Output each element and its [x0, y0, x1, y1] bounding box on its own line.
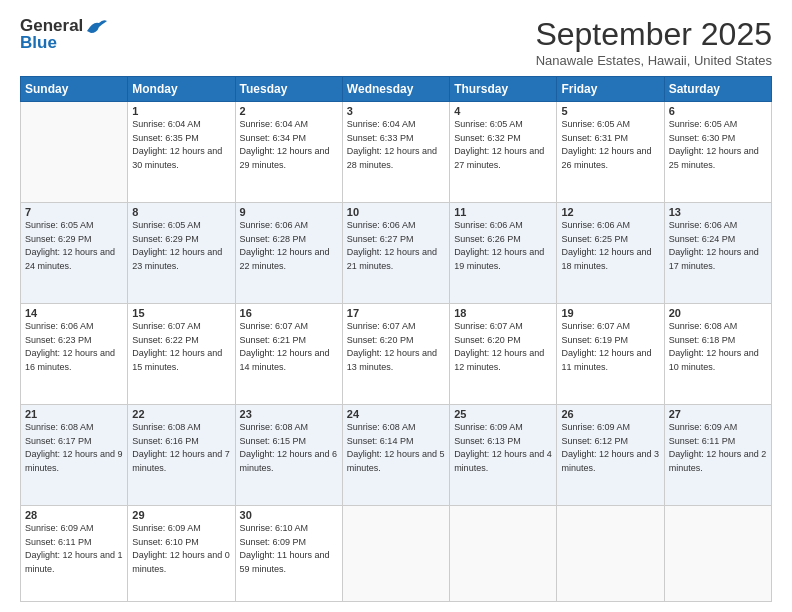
- day-info: Sunrise: 6:08 AMSunset: 6:16 PMDaylight:…: [132, 421, 230, 475]
- day-info: Sunrise: 6:09 AMSunset: 6:11 PMDaylight:…: [25, 522, 123, 576]
- day-info: Sunrise: 6:10 AMSunset: 6:09 PMDaylight:…: [240, 522, 338, 576]
- day-number: 5: [561, 105, 659, 117]
- calendar-day-cell: 11Sunrise: 6:06 AMSunset: 6:26 PMDayligh…: [450, 203, 557, 304]
- calendar-day-cell: 5Sunrise: 6:05 AMSunset: 6:31 PMDaylight…: [557, 102, 664, 203]
- day-info: Sunrise: 6:04 AMSunset: 6:34 PMDaylight:…: [240, 118, 338, 172]
- day-info: Sunrise: 6:08 AMSunset: 6:14 PMDaylight:…: [347, 421, 445, 475]
- day-info: Sunrise: 6:04 AMSunset: 6:33 PMDaylight:…: [347, 118, 445, 172]
- month-title: September 2025: [535, 16, 772, 53]
- calendar-day-cell: [557, 506, 664, 602]
- logo-blue: Blue: [20, 33, 107, 53]
- day-info: Sunrise: 6:06 AMSunset: 6:26 PMDaylight:…: [454, 219, 552, 273]
- day-number: 23: [240, 408, 338, 420]
- day-number: 22: [132, 408, 230, 420]
- day-number: 17: [347, 307, 445, 319]
- logo: General Blue: [20, 16, 107, 53]
- day-info: Sunrise: 6:09 AMSunset: 6:10 PMDaylight:…: [132, 522, 230, 576]
- calendar-day-cell: 27Sunrise: 6:09 AMSunset: 6:11 PMDayligh…: [664, 405, 771, 506]
- calendar-day-cell: [342, 506, 449, 602]
- day-number: 8: [132, 206, 230, 218]
- calendar-day-cell: [664, 506, 771, 602]
- calendar-day-cell: 16Sunrise: 6:07 AMSunset: 6:21 PMDayligh…: [235, 304, 342, 405]
- day-number: 6: [669, 105, 767, 117]
- calendar-day-cell: 23Sunrise: 6:08 AMSunset: 6:15 PMDayligh…: [235, 405, 342, 506]
- day-number: 10: [347, 206, 445, 218]
- day-number: 14: [25, 307, 123, 319]
- day-info: Sunrise: 6:05 AMSunset: 6:29 PMDaylight:…: [132, 219, 230, 273]
- calendar-day-cell: 4Sunrise: 6:05 AMSunset: 6:32 PMDaylight…: [450, 102, 557, 203]
- day-number: 16: [240, 307, 338, 319]
- day-info: Sunrise: 6:06 AMSunset: 6:25 PMDaylight:…: [561, 219, 659, 273]
- day-number: 11: [454, 206, 552, 218]
- day-info: Sunrise: 6:06 AMSunset: 6:28 PMDaylight:…: [240, 219, 338, 273]
- day-number: 13: [669, 206, 767, 218]
- day-info: Sunrise: 6:04 AMSunset: 6:35 PMDaylight:…: [132, 118, 230, 172]
- day-number: 1: [132, 105, 230, 117]
- calendar-day-cell: 8Sunrise: 6:05 AMSunset: 6:29 PMDaylight…: [128, 203, 235, 304]
- header-tuesday: Tuesday: [235, 77, 342, 102]
- header-saturday: Saturday: [664, 77, 771, 102]
- day-number: 19: [561, 307, 659, 319]
- day-info: Sunrise: 6:08 AMSunset: 6:18 PMDaylight:…: [669, 320, 767, 374]
- calendar-day-cell: 13Sunrise: 6:06 AMSunset: 6:24 PMDayligh…: [664, 203, 771, 304]
- day-info: Sunrise: 6:07 AMSunset: 6:19 PMDaylight:…: [561, 320, 659, 374]
- day-info: Sunrise: 6:06 AMSunset: 6:24 PMDaylight:…: [669, 219, 767, 273]
- header-thursday: Thursday: [450, 77, 557, 102]
- day-info: Sunrise: 6:09 AMSunset: 6:13 PMDaylight:…: [454, 421, 552, 475]
- day-info: Sunrise: 6:07 AMSunset: 6:21 PMDaylight:…: [240, 320, 338, 374]
- page: General Blue September 2025 Nanawale Est…: [0, 0, 792, 612]
- day-number: 2: [240, 105, 338, 117]
- calendar-day-cell: 15Sunrise: 6:07 AMSunset: 6:22 PMDayligh…: [128, 304, 235, 405]
- day-info: Sunrise: 6:06 AMSunset: 6:23 PMDaylight:…: [25, 320, 123, 374]
- day-number: 9: [240, 206, 338, 218]
- day-number: 24: [347, 408, 445, 420]
- calendar: Sunday Monday Tuesday Wednesday Thursday…: [20, 76, 772, 602]
- day-info: Sunrise: 6:09 AMSunset: 6:12 PMDaylight:…: [561, 421, 659, 475]
- header: General Blue September 2025 Nanawale Est…: [20, 16, 772, 68]
- day-info: Sunrise: 6:07 AMSunset: 6:20 PMDaylight:…: [347, 320, 445, 374]
- title-block: September 2025 Nanawale Estates, Hawaii,…: [535, 16, 772, 68]
- day-number: 12: [561, 206, 659, 218]
- day-info: Sunrise: 6:05 AMSunset: 6:31 PMDaylight:…: [561, 118, 659, 172]
- location: Nanawale Estates, Hawaii, United States: [535, 53, 772, 68]
- calendar-day-cell: 19Sunrise: 6:07 AMSunset: 6:19 PMDayligh…: [557, 304, 664, 405]
- day-number: 20: [669, 307, 767, 319]
- calendar-day-cell: [21, 102, 128, 203]
- header-wednesday: Wednesday: [342, 77, 449, 102]
- calendar-week-row: 14Sunrise: 6:06 AMSunset: 6:23 PMDayligh…: [21, 304, 772, 405]
- header-monday: Monday: [128, 77, 235, 102]
- day-number: 7: [25, 206, 123, 218]
- day-number: 4: [454, 105, 552, 117]
- calendar-day-cell: 17Sunrise: 6:07 AMSunset: 6:20 PMDayligh…: [342, 304, 449, 405]
- calendar-day-cell: 28Sunrise: 6:09 AMSunset: 6:11 PMDayligh…: [21, 506, 128, 602]
- day-number: 27: [669, 408, 767, 420]
- calendar-day-cell: 14Sunrise: 6:06 AMSunset: 6:23 PMDayligh…: [21, 304, 128, 405]
- day-number: 26: [561, 408, 659, 420]
- calendar-day-cell: 7Sunrise: 6:05 AMSunset: 6:29 PMDaylight…: [21, 203, 128, 304]
- logo-bird-icon: [85, 17, 107, 35]
- weekday-header-row: Sunday Monday Tuesday Wednesday Thursday…: [21, 77, 772, 102]
- day-number: 18: [454, 307, 552, 319]
- calendar-day-cell: 25Sunrise: 6:09 AMSunset: 6:13 PMDayligh…: [450, 405, 557, 506]
- day-info: Sunrise: 6:08 AMSunset: 6:17 PMDaylight:…: [25, 421, 123, 475]
- day-info: Sunrise: 6:09 AMSunset: 6:11 PMDaylight:…: [669, 421, 767, 475]
- day-info: Sunrise: 6:07 AMSunset: 6:22 PMDaylight:…: [132, 320, 230, 374]
- calendar-day-cell: 29Sunrise: 6:09 AMSunset: 6:10 PMDayligh…: [128, 506, 235, 602]
- calendar-day-cell: 22Sunrise: 6:08 AMSunset: 6:16 PMDayligh…: [128, 405, 235, 506]
- day-number: 15: [132, 307, 230, 319]
- calendar-day-cell: 21Sunrise: 6:08 AMSunset: 6:17 PMDayligh…: [21, 405, 128, 506]
- calendar-day-cell: 10Sunrise: 6:06 AMSunset: 6:27 PMDayligh…: [342, 203, 449, 304]
- day-number: 3: [347, 105, 445, 117]
- day-number: 30: [240, 509, 338, 521]
- calendar-day-cell: 3Sunrise: 6:04 AMSunset: 6:33 PMDaylight…: [342, 102, 449, 203]
- day-info: Sunrise: 6:05 AMSunset: 6:29 PMDaylight:…: [25, 219, 123, 273]
- calendar-week-row: 21Sunrise: 6:08 AMSunset: 6:17 PMDayligh…: [21, 405, 772, 506]
- day-info: Sunrise: 6:05 AMSunset: 6:32 PMDaylight:…: [454, 118, 552, 172]
- calendar-day-cell: 9Sunrise: 6:06 AMSunset: 6:28 PMDaylight…: [235, 203, 342, 304]
- calendar-week-row: 7Sunrise: 6:05 AMSunset: 6:29 PMDaylight…: [21, 203, 772, 304]
- calendar-week-row: 1Sunrise: 6:04 AMSunset: 6:35 PMDaylight…: [21, 102, 772, 203]
- day-info: Sunrise: 6:08 AMSunset: 6:15 PMDaylight:…: [240, 421, 338, 475]
- calendar-day-cell: 26Sunrise: 6:09 AMSunset: 6:12 PMDayligh…: [557, 405, 664, 506]
- day-info: Sunrise: 6:07 AMSunset: 6:20 PMDaylight:…: [454, 320, 552, 374]
- calendar-day-cell: 1Sunrise: 6:04 AMSunset: 6:35 PMDaylight…: [128, 102, 235, 203]
